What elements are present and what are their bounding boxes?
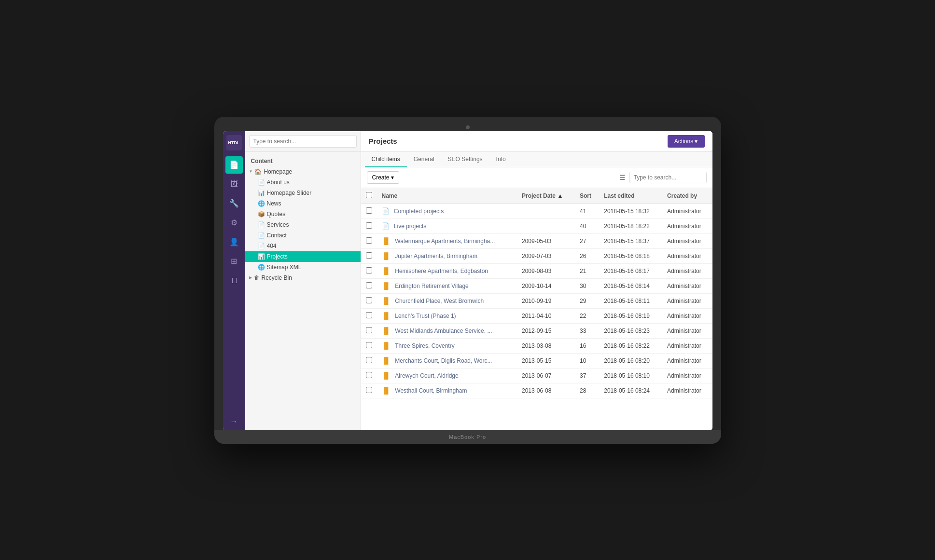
row-checkbox[interactable] [366,327,372,333]
row-name-link[interactable]: Hemisphere Apartments, Edgbaston [395,268,488,274]
tree-label-quotes: Quotes [267,211,357,218]
tree-item-recycle-bin[interactable]: ▶ 🗑 Recycle Bin [245,273,361,283]
tree-item-services[interactable]: 📄 Services [245,219,361,230]
main-header: Projects Actions ▾ [361,131,712,152]
row-checkbox-cell[interactable] [361,308,377,323]
row-checkbox[interactable] [366,207,372,214]
project-icon: ▐▌ [382,387,391,394]
row-created-by: Administrator [662,248,712,263]
tree-item-sitemap-xml[interactable]: 🌐 Sitemap XML [245,262,361,273]
tree-item-quotes[interactable]: 📦 Quotes [245,209,361,219]
row-checkbox[interactable] [366,222,372,229]
row-checkbox[interactable] [366,372,372,378]
app-layout: HTDL 📄 🖼 🔧 ⚙ 👤 ⊞ 🖥 → Content [223,131,712,430]
actions-button[interactable]: Actions ▾ [668,135,705,148]
row-name-link[interactable]: Watermarque Apartments, Birmingha... [395,238,495,245]
row-sort: 27 [575,233,599,248]
row-checkbox-cell[interactable] [361,204,377,219]
tree-item-404[interactable]: 📄 404 [245,241,361,251]
tab-general[interactable]: General [407,152,441,167]
table-search-input[interactable] [629,172,707,183]
row-name-link[interactable]: Alrewych Court, Aldridge [395,372,458,379]
row-checkbox[interactable] [366,282,372,288]
row-checkbox[interactable] [366,342,372,348]
col-header-name[interactable]: Name [377,188,517,204]
tab-child-items[interactable]: Child items [365,152,407,167]
row-checkbox-cell[interactable] [361,248,377,263]
row-name-link[interactable]: Merchants Court, Diglis Road, Worc... [395,357,492,364]
row-name-cell: ▐▌ Watermarque Apartments, Birmingha... [377,233,517,248]
row-name-link[interactable]: Three Spires, Coventry [395,342,454,349]
row-sort: 29 [575,293,599,308]
nav-icon-wrench[interactable]: 🔧 [225,195,243,212]
icon-sidebar: HTDL 📄 🖼 🔧 ⚙ 👤 ⊞ 🖥 → [223,131,245,430]
row-type-icon: ▐▌ [382,238,391,245]
content-table: Name Project Date ▲ Sort Last edited Cre… [361,188,712,398]
doc-icon: 📄 [382,207,390,215]
tab-seo-settings[interactable]: SEO Settings [441,152,489,167]
row-type-icon: ▐▌ [382,253,391,260]
nav-icon-document[interactable]: 📄 [225,156,243,174]
row-name-link[interactable]: Westhall Court, Birmingham [395,387,467,394]
create-button[interactable]: Create ▾ [367,171,399,184]
nav-icon-grid[interactable]: ⊞ [225,253,243,270]
row-name-link[interactable]: Churchfield Place, West Bromwich [395,298,484,304]
table-row: 📄 Completed projects 41 2018-05-15 18:32… [361,204,712,219]
row-type-icon: ▐▌ [382,372,391,379]
tree-item-about-us[interactable]: 📄 About us [245,177,361,188]
row-sort: 26 [575,248,599,263]
row-checkbox-cell[interactable] [361,338,377,353]
row-checkbox-cell[interactable] [361,233,377,248]
nav-icon-arrow[interactable]: → [225,413,243,430]
row-name-link[interactable]: Jupiter Apartments, Birmingham [395,253,477,260]
main-content: Projects Actions ▾ Child items General S… [361,131,712,430]
row-name-link[interactable]: Live projects [394,223,426,230]
row-checkbox-cell[interactable] [361,278,377,293]
row-checkbox[interactable] [366,387,372,393]
row-name-link[interactable]: Lench's Trust (Phase 1) [395,313,456,319]
row-checkbox[interactable] [366,312,372,318]
row-checkbox[interactable] [366,267,372,273]
nav-icon-image[interactable]: 🖼 [225,176,243,193]
row-checkbox[interactable] [366,297,372,303]
nav-icon-settings[interactable]: ⚙ [225,214,243,232]
row-checkbox-cell[interactable] [361,383,377,398]
row-created-by: Administrator [662,368,712,383]
row-type-icon: 📄 [382,223,390,230]
select-all-checkbox[interactable] [366,192,372,198]
row-sort: 16 [575,338,599,353]
tree-item-news[interactable]: 🌐 News [245,198,361,209]
row-checkbox[interactable] [366,237,372,244]
sidebar-search-input[interactable] [249,135,357,148]
row-checkbox-cell[interactable] [361,219,377,233]
select-all-header[interactable] [361,188,377,204]
tree-item-contact[interactable]: 📄 Contact [245,230,361,241]
hamburger-icon[interactable]: ☰ [619,174,626,181]
row-checkbox-cell[interactable] [361,263,377,278]
col-header-sort[interactable]: Sort [575,188,599,204]
row-checkbox-cell[interactable] [361,353,377,368]
row-checkbox[interactable] [366,252,372,259]
row-checkbox-cell[interactable] [361,293,377,308]
tree-item-homepage[interactable]: ▼ 🏠 Homepage [245,166,361,177]
recycle-bin-icon: 🗑 [254,274,260,281]
row-checkbox[interactable] [366,357,372,363]
row-type-icon: 📄 [382,208,390,215]
col-header-created-by[interactable]: Created by [662,188,712,204]
row-name-link[interactable]: West Midlands Ambulance Service, ... [395,328,492,334]
row-name-link[interactable]: Erdington Retirement Village [395,283,469,289]
tree-item-homepage-slider[interactable]: 📊 Homepage Slider [245,188,361,198]
col-header-project-date[interactable]: Project Date ▲ [517,188,575,204]
row-created-by: Administrator [662,308,712,323]
row-name-link[interactable]: Completed projects [394,208,444,215]
nav-icon-user[interactable]: 👤 [225,233,243,251]
row-checkbox-cell[interactable] [361,368,377,383]
page-icon: 📄 [258,179,265,186]
row-last-edited: 2018-05-16 08:10 [599,368,662,383]
tree-item-projects[interactable]: 📊 Projects [245,251,361,262]
tab-info[interactable]: Info [489,152,513,167]
nav-icon-desktop[interactable]: 🖥 [225,272,243,289]
row-last-edited: 2018-05-18 18:22 [599,219,662,233]
col-header-last-edited[interactable]: Last edited [599,188,662,204]
row-checkbox-cell[interactable] [361,323,377,338]
